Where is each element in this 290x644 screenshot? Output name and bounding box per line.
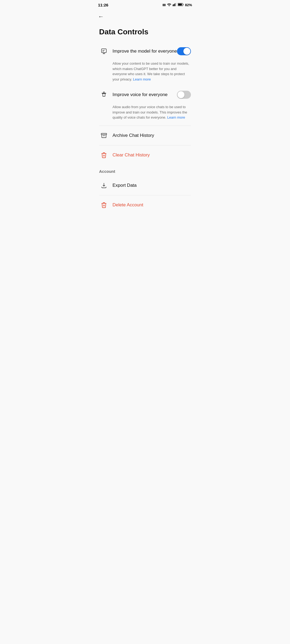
delete-account-icon — [99, 200, 109, 210]
archive-chat-icon — [99, 131, 109, 140]
export-data-label: Export Data — [113, 183, 191, 188]
archive-chat-history-item[interactable]: Archive Chat History — [97, 127, 193, 144]
improve-voice-item[interactable]: Improve voice for everyone — [97, 86, 193, 103]
divider-3 — [99, 195, 191, 195]
page-title: Data Controls — [93, 22, 197, 43]
improve-model-label: Improve the model for everyone — [113, 49, 177, 54]
improve-model-icon — [99, 46, 109, 56]
delete-account-item[interactable]: Delete Account — [97, 196, 193, 214]
account-section-header: Account — [93, 164, 197, 177]
improve-model-description: Allow your content to be used to train o… — [97, 60, 193, 86]
status-icons: ✉ 82% — [162, 3, 192, 7]
improve-model-item[interactable]: Improve the model for everyone — [97, 43, 193, 60]
wifi-icon — [167, 3, 171, 7]
svg-rect-8 — [101, 133, 107, 135]
svg-rect-1 — [173, 4, 174, 6]
svg-rect-2 — [175, 3, 175, 6]
mail-icon: ✉ — [162, 3, 166, 7]
improve-voice-description: Allow audio from your voice chats to be … — [97, 103, 193, 125]
back-arrow-icon: ← — [98, 13, 104, 20]
divider-2 — [99, 145, 191, 145]
battery-percent: 82% — [185, 3, 192, 7]
archive-chat-label: Archive Chat History — [113, 133, 191, 138]
improve-model-toggle[interactable] — [177, 47, 191, 55]
account-section: Export Data Delete Account — [93, 177, 197, 214]
battery-icon — [178, 3, 184, 7]
improve-voice-toggle[interactable] — [177, 91, 191, 99]
export-data-icon — [99, 181, 109, 190]
delete-account-label: Delete Account — [113, 202, 191, 208]
status-bar: 11:26 ✉ 82% — [93, 0, 197, 9]
back-button[interactable]: ← — [93, 9, 197, 22]
improve-model-learn-more[interactable]: Learn more — [133, 77, 151, 81]
svg-rect-3 — [175, 3, 176, 6]
divider-1 — [99, 126, 191, 126]
svg-rect-0 — [173, 5, 173, 6]
improve-voice-icon — [99, 90, 109, 100]
signal-icon — [173, 3, 176, 7]
clear-chat-history-item[interactable]: Clear Chat History — [97, 147, 193, 164]
status-time: 11:26 — [98, 3, 108, 7]
svg-rect-5 — [178, 4, 182, 6]
clear-chat-label: Clear Chat History — [113, 152, 191, 158]
clear-chat-icon — [99, 150, 109, 160]
improve-voice-learn-more[interactable]: Learn more — [167, 115, 185, 119]
export-data-item[interactable]: Export Data — [97, 177, 193, 194]
data-controls-section: Improve the model for everyone Allow you… — [93, 43, 197, 164]
improve-voice-label: Improve voice for everyone — [113, 92, 177, 97]
